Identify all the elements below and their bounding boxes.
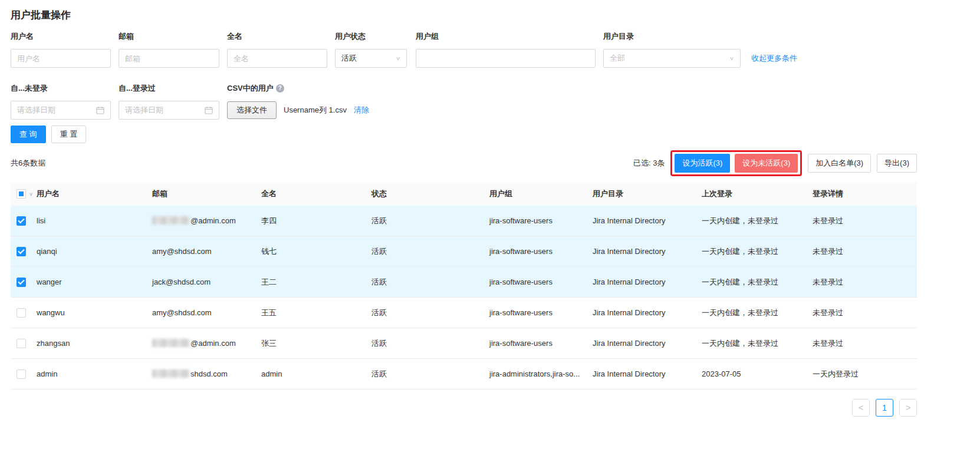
email-text: @admin.com <box>190 216 236 225</box>
cell-group: jira-software-users <box>489 339 593 348</box>
fullname-field: 全名 <box>227 31 327 68</box>
select-all-checkbox[interactable] <box>17 189 26 199</box>
collapse-more-link[interactable]: 收起更多条件 <box>751 53 797 64</box>
cell-group: jira-administrators,jira-so... <box>489 369 593 378</box>
logged-since-datepicker[interactable]: 请选择日期 <box>119 101 219 120</box>
email-field: 邮箱 <box>119 31 219 68</box>
search-button[interactable]: 查 询 <box>11 126 46 143</box>
reset-button[interactable]: 重 置 <box>51 126 87 143</box>
page-number-button[interactable]: 1 <box>876 399 893 417</box>
cell-fullname: 王二 <box>261 277 371 288</box>
clear-file-link[interactable]: 清除 <box>354 105 369 115</box>
cell-fullname: 钱七 <box>261 246 371 257</box>
row-checkbox[interactable] <box>17 216 26 226</box>
col-group: 用户组 <box>489 189 593 199</box>
cell-fullname: admin <box>261 369 371 378</box>
cell-last-login: 一天内创建，未登录过 <box>702 338 813 349</box>
prev-page-button[interactable]: < <box>852 399 870 417</box>
pagination: < 1 > <box>11 399 917 417</box>
cell-email: @admin.com <box>152 339 261 348</box>
cell-username: wanger <box>37 278 152 286</box>
summary-bar: 共6条数据 已选: 3条 设为活跃(3) 设为未活跃(3) 加入白名单(3) 导… <box>11 150 917 176</box>
cell-status: 活跃 <box>371 338 489 349</box>
calendar-icon <box>96 106 104 114</box>
cell-email: shdsd.com <box>152 369 261 378</box>
cell-directory: Jira Internal Directory <box>593 216 702 225</box>
table-row: admin shdsd.com admin 活跃 jira-administra… <box>11 359 917 389</box>
cell-fullname: 李四 <box>261 216 371 226</box>
cell-last-login: 一天内创建，未登录过 <box>702 216 813 226</box>
redacted-email-blur <box>152 339 190 347</box>
cell-email: amy@shdsd.com <box>152 308 261 317</box>
table-row: lisi @admin.com 李四 活跃 jira-software-user… <box>11 206 917 236</box>
col-username: 用户名 <box>37 189 152 199</box>
fullname-input[interactable] <box>227 49 327 68</box>
red-annotation-box: 设为活跃(3) 设为未活跃(3) <box>670 150 802 176</box>
table-row: zhangsan @admin.com 张三 活跃 jira-software-… <box>11 328 917 359</box>
cell-username: lisi <box>37 216 152 225</box>
cell-group: jira-software-users <box>489 278 593 286</box>
cell-directory: Jira Internal Directory <box>593 247 702 256</box>
cell-email: jack@shdsd.com <box>152 278 261 286</box>
filter-row-2: 自...未登录 请选择日期 自...登录过 请选择日期 CSV中的用户 ? 选择… <box>11 83 917 120</box>
cell-username: zhangsan <box>37 339 152 348</box>
filter-row-1: 用户名 邮箱 全名 用户状态 活跃 ∨ 用户组 用户目录 全部 ∨ <box>11 31 917 68</box>
email-text: amy@shdsd.com <box>152 308 212 317</box>
email-text: amy@shdsd.com <box>152 247 212 256</box>
table-row: wanger jack@shdsd.com 王二 活跃 jira-softwar… <box>11 267 917 298</box>
cell-fullname: 王五 <box>261 308 371 318</box>
cell-login-detail: 未登录过 <box>813 246 917 257</box>
group-input[interactable] <box>416 49 596 68</box>
cell-directory: Jira Internal Directory <box>593 308 702 317</box>
email-label: 邮箱 <box>119 31 219 42</box>
cell-login-detail: 未登录过 <box>813 216 917 226</box>
col-status: 状态 <box>371 189 489 199</box>
status-select[interactable]: 活跃 ∨ <box>335 49 407 68</box>
export-button[interactable]: 导出(3) <box>877 154 917 173</box>
csv-label: CSV中的用户 <box>227 83 274 94</box>
row-checkbox[interactable] <box>17 247 26 256</box>
csv-field: CSV中的用户 ? 选择文件 Username列 1.csv 清除 <box>227 83 369 120</box>
directory-select-value: 全部 <box>610 53 625 64</box>
fullname-label: 全名 <box>227 31 327 42</box>
col-last-login: 上次登录 <box>702 189 813 199</box>
table-header: ∨ 用户名 邮箱 全名 状态 用户组 用户目录 上次登录 登录详情 <box>11 182 917 206</box>
row-checkbox[interactable] <box>17 339 26 348</box>
status-field: 用户状态 活跃 ∨ <box>335 31 407 68</box>
cell-last-login: 一天内创建，未登录过 <box>702 277 813 288</box>
table-body: lisi @admin.com 李四 活跃 jira-software-user… <box>11 206 917 389</box>
user-table: ∨ 用户名 邮箱 全名 状态 用户组 用户目录 上次登录 登录详情 lisi @… <box>11 182 917 389</box>
chevron-down-icon: ∨ <box>396 55 400 61</box>
email-text: shdsd.com <box>190 369 228 378</box>
total-count-text: 共6条数据 <box>11 158 45 169</box>
not-logged-since-datepicker[interactable]: 请选择日期 <box>11 101 111 120</box>
directory-select[interactable]: 全部 ∨ <box>603 49 741 68</box>
set-inactive-button[interactable]: 设为未活跃(3) <box>735 154 798 173</box>
cell-last-login: 2023-07-05 <box>702 369 813 378</box>
table-row: wangwu amy@shdsd.com 王五 活跃 jira-software… <box>11 298 917 328</box>
set-active-button[interactable]: 设为活跃(3) <box>675 154 730 173</box>
cell-login-detail: 未登录过 <box>813 308 917 318</box>
choose-file-button[interactable]: 选择文件 <box>227 101 277 119</box>
email-text: @admin.com <box>190 339 236 348</box>
row-checkbox[interactable] <box>17 369 26 379</box>
email-input[interactable] <box>119 49 219 68</box>
logged-since-field: 自...登录过 请选择日期 <box>119 83 219 120</box>
cell-username: admin <box>37 369 152 378</box>
chevron-down-icon: ∨ <box>729 55 734 61</box>
calendar-icon <box>205 106 213 114</box>
row-checkbox[interactable] <box>17 278 26 287</box>
group-field: 用户组 <box>416 31 596 68</box>
directory-label: 用户目录 <box>603 31 741 42</box>
add-whitelist-button[interactable]: 加入白名单(3) <box>808 154 871 173</box>
cell-directory: Jira Internal Directory <box>593 339 702 348</box>
cell-status: 活跃 <box>371 369 489 379</box>
select-dropdown-chevron-icon[interactable]: ∨ <box>29 192 33 197</box>
username-input[interactable] <box>11 49 111 68</box>
cell-last-login: 一天内创建，未登录过 <box>702 246 813 257</box>
row-checkbox[interactable] <box>17 308 26 318</box>
cell-status: 活跃 <box>371 246 489 257</box>
next-page-button[interactable]: > <box>899 399 917 417</box>
help-icon[interactable]: ? <box>276 84 284 93</box>
username-field: 用户名 <box>11 31 111 68</box>
